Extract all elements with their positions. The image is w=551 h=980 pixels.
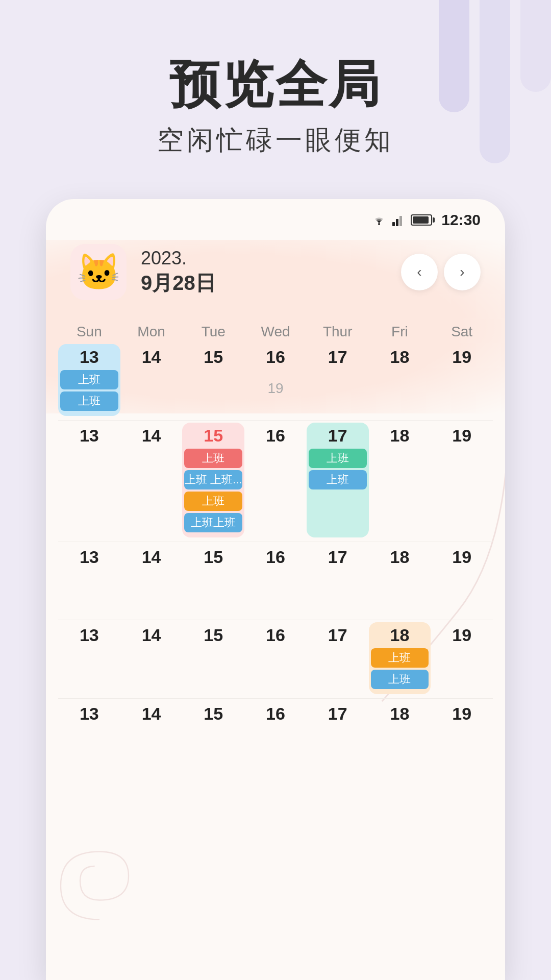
cal-cell-14-w2[interactable]: 14 (120, 423, 183, 537)
event-tag: 上班 (371, 648, 429, 668)
row-divider (58, 542, 493, 542)
status-bar: 12:30 (46, 199, 505, 234)
cell-number: 17 (328, 547, 347, 567)
cal-cell-17-teal[interactable]: 17 上班 上班 (307, 423, 369, 537)
cal-week-3: 13 14 15 16 17 18 19 (46, 544, 505, 616)
cell-number: 19 (452, 426, 471, 446)
day-header-fri: Fri (369, 324, 431, 340)
day-header-sun: Sun (58, 324, 120, 340)
cell-number: 17 (328, 426, 347, 446)
cal-cell-17-w5[interactable]: 17 (307, 701, 369, 772)
cal-cell-15-w4[interactable]: 15 (182, 622, 244, 694)
event-tag: 上班 (60, 370, 118, 389)
cal-cell-15-w3[interactable]: 15 (182, 544, 244, 616)
nav-buttons: ‹ › (401, 254, 481, 290)
cell-number: 16 (266, 547, 285, 567)
cell-number: 18 (390, 625, 410, 645)
prev-button[interactable]: ‹ (401, 254, 438, 290)
cal-week-5: 13 14 15 16 17 18 19 (46, 701, 505, 772)
row-divider (58, 620, 493, 620)
cell-number: 14 (142, 704, 161, 724)
sub-title: 空闲忙碌一眼便知 (0, 122, 551, 158)
cal-cell-17[interactable]: 17 (307, 344, 369, 416)
cal-cell-15[interactable]: 15 (182, 344, 244, 416)
cell-number: 13 (80, 704, 99, 724)
cell-number: 18 (390, 704, 410, 724)
cell-number: 15 (204, 426, 223, 446)
cal-cell-18-w2[interactable]: 18 (369, 423, 431, 537)
cal-cell-15-pink[interactable]: 15 上班 上班 上班... 上班 上班上班 (182, 423, 244, 537)
cal-week-2: 13 14 15 上班 上班 上班... 上班 上班上班 16 17 上班 上班… (46, 423, 505, 537)
cal-cell-13-w5[interactable]: 13 (58, 701, 120, 772)
cal-cell-16-w4[interactable]: 16 (244, 622, 307, 694)
cat-avatar: 🐱 (70, 244, 127, 300)
cal-cell-14-w4[interactable]: 14 (120, 622, 183, 694)
date-day: 9月28日 (141, 269, 216, 297)
cal-cell-15-w5[interactable]: 15 (182, 701, 244, 772)
day-header-sat: Sat (431, 324, 493, 340)
cell-number: 14 (142, 625, 161, 645)
event-tag: 上班 (184, 449, 242, 468)
cal-cell-19[interactable]: 19 (431, 344, 493, 416)
cell-number: 17 (328, 704, 347, 724)
day-header-mon: Mon (120, 324, 183, 340)
svg-rect-1 (392, 222, 395, 226)
event-tag: 上班 (184, 492, 242, 511)
cal-cell-16-w2[interactable]: 16 (244, 423, 307, 537)
cal-cell-13-w3[interactable]: 13 (58, 544, 120, 616)
cal-cell-19-w2[interactable]: 19 (431, 423, 493, 537)
event-tag: 上班 (60, 391, 118, 411)
cell-number: 15 (204, 347, 223, 367)
battery-icon (411, 214, 432, 226)
cal-week-4: 13 14 15 16 17 18 上班 上班 19 (46, 622, 505, 694)
cell-number: 13 (80, 426, 99, 446)
cell-number: 18 (390, 347, 410, 367)
row-divider (58, 420, 493, 421)
cal-cell-19-w5[interactable]: 19 (431, 701, 493, 772)
cal-cell-18[interactable]: 18 (369, 344, 431, 416)
cal-cell-16[interactable]: 16 19 (244, 344, 307, 416)
cal-cell-19-w3[interactable]: 19 (431, 544, 493, 616)
cal-cell-13-blue[interactable]: 13 上班 上班 (58, 344, 120, 416)
cal-cell-14[interactable]: 14 (120, 344, 183, 416)
event-tag: 上班 (309, 449, 367, 468)
cell-number: 18 (390, 426, 410, 446)
row-divider (58, 698, 493, 699)
cal-cell-17-w4[interactable]: 17 (307, 622, 369, 694)
cell-number: 16 (266, 347, 285, 367)
cal-cell-14-w3[interactable]: 14 (120, 544, 183, 616)
cell-number: 13 (80, 547, 99, 567)
cell-number: 19 (452, 704, 471, 724)
spiral-deco (51, 822, 148, 949)
cal-cell-14-w5[interactable]: 14 (120, 701, 183, 772)
cell-number: 17 (328, 347, 347, 367)
day-header-wed: Wed (244, 324, 307, 340)
cal-cell-17-w3[interactable]: 17 (307, 544, 369, 616)
cell-number: 19 (452, 547, 471, 567)
cell-number: 14 (142, 347, 161, 367)
phone-card: 12:30 🐱 2023. 9月28日 ‹ › Sun Mon Tue Wed … (46, 199, 505, 980)
svg-rect-3 (399, 216, 402, 226)
signal-icon (392, 214, 406, 226)
calendar-content: Sun Mon Tue Wed Thur Fri Sat 13 上班 上班 14… (46, 315, 505, 772)
cal-cell-19-w4[interactable]: 19 (431, 622, 493, 694)
status-time: 12:30 (441, 211, 481, 229)
cal-cell-18-w5[interactable]: 18 (369, 701, 431, 772)
date-year: 2023. (141, 248, 216, 269)
cell-number: 18 (390, 547, 410, 567)
cell-number: 15 (204, 625, 223, 645)
cal-cell-16-w3[interactable]: 16 (244, 544, 307, 616)
event-tag: 上班 上班... (184, 470, 242, 489)
cal-cell-13-w4[interactable]: 13 (58, 622, 120, 694)
event-tag: 上班上班 (184, 513, 242, 532)
cal-cell-13-w2[interactable]: 13 (58, 423, 120, 537)
cell-number: 16 (266, 704, 285, 724)
cal-cell-18-w3[interactable]: 18 (369, 544, 431, 616)
wifi-icon (371, 214, 387, 226)
next-button[interactable]: › (444, 254, 481, 290)
cell-number: 13 (80, 625, 99, 645)
main-title: 预览全局 (0, 56, 551, 112)
cell-number: 17 (328, 625, 347, 645)
cal-cell-16-w5[interactable]: 16 (244, 701, 307, 772)
cal-cell-18-orange[interactable]: 18 上班 上班 (369, 622, 431, 694)
